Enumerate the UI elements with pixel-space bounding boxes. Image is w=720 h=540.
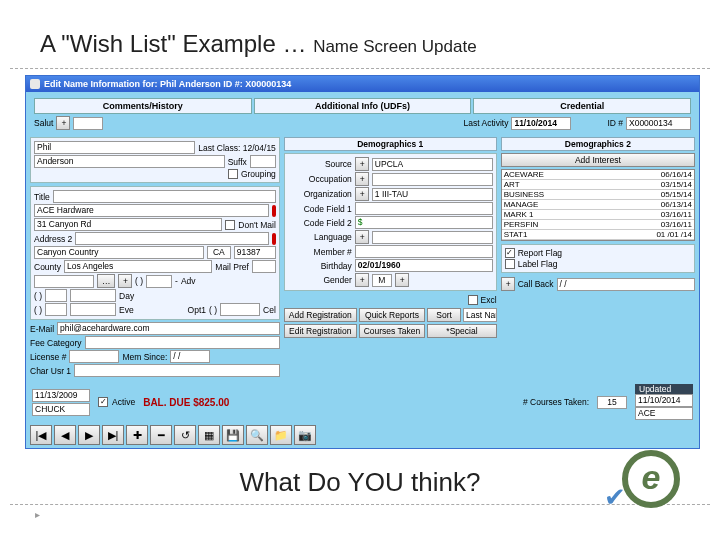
callback-field[interactable]: / / <box>557 278 695 291</box>
undo-button[interactable]: ↺ <box>174 425 196 445</box>
address2-field[interactable] <box>75 232 269 245</box>
special-button[interactable]: *Special <box>427 324 496 338</box>
search-button[interactable]: 🔍 <box>246 425 268 445</box>
eve-area-field[interactable] <box>45 303 67 316</box>
nav-toolbar: |◀ ◀ ▶ ▶| ✚ ━ ↺ ▦ 💾 🔍 📁 📷 <box>26 422 699 448</box>
gender-plus-button[interactable]: + <box>355 273 369 287</box>
updated-date: 11/10/2014 <box>635 394 693 407</box>
quick-reports-button[interactable]: Quick Reports <box>359 308 426 322</box>
excl-checkbox[interactable] <box>468 295 478 305</box>
salut-label: Salut <box>34 118 53 128</box>
zip-field[interactable]: 91387 <box>234 246 276 259</box>
last-activity-label: Last Activity <box>464 118 509 128</box>
title-field[interactable] <box>53 190 276 203</box>
country-field[interactable] <box>34 275 94 288</box>
dont-mail-checkbox[interactable] <box>225 220 235 230</box>
salut-field[interactable] <box>73 117 103 130</box>
char-usr1-label: Char Usr 1 <box>30 366 71 376</box>
footer-user-field: CHUCK <box>32 403 90 416</box>
city-field[interactable]: Canyon Country <box>34 246 204 259</box>
license-field[interactable] <box>69 350 119 363</box>
occupation-plus-button[interactable]: + <box>355 172 369 186</box>
street-field[interactable]: 31 Canyon Rd <box>34 218 222 231</box>
photo-button[interactable]: 📷 <box>294 425 316 445</box>
adv-label: Adv <box>181 276 196 286</box>
tab-demographics-2[interactable]: Demographics 2 <box>501 137 695 151</box>
mail-pref-field[interactable] <box>252 260 276 273</box>
tab-additional-info[interactable]: Additional Info (UDFs) <box>254 98 472 114</box>
language-plus-button[interactable]: + <box>355 230 369 244</box>
grouping-checkbox[interactable] <box>228 169 238 179</box>
red-marker-icon <box>272 205 276 217</box>
last-name-field[interactable]: Anderson <box>34 155 225 168</box>
gender-plus2-button[interactable]: + <box>395 273 409 287</box>
nav-prev-button[interactable]: ◀ <box>54 425 76 445</box>
sort-button[interactable]: Sort <box>427 308 461 322</box>
dash-label: - <box>175 276 178 286</box>
tab-demographics-1[interactable]: Demographics 1 <box>284 137 497 151</box>
add-interest-button[interactable]: Add Interest <box>501 153 695 167</box>
organization-plus-button[interactable]: + <box>355 187 369 201</box>
occupation-label: Occupation <box>288 174 352 184</box>
open-folder-button[interactable]: 📁 <box>270 425 292 445</box>
red-marker-icon <box>272 233 276 245</box>
suffix-field[interactable] <box>250 155 276 168</box>
phone-paren: ( ) <box>209 305 217 315</box>
courses-taken-button[interactable]: Courses Taken <box>359 324 426 338</box>
firm-field[interactable]: ACE Hardware <box>34 204 269 217</box>
grid-button[interactable]: ▦ <box>198 425 220 445</box>
member-field[interactable] <box>355 245 493 258</box>
gender-field[interactable]: M <box>372 274 392 287</box>
phone-plus-button[interactable]: + <box>118 274 132 288</box>
language-field[interactable] <box>372 231 493 244</box>
phone-area-field[interactable] <box>146 275 172 288</box>
fee-category-field[interactable] <box>85 336 280 349</box>
day-area-field[interactable] <box>45 289 67 302</box>
active-checkbox[interactable]: ✓ <box>98 397 108 407</box>
slide-nav-arrow-icon: ▸ <box>35 509 40 520</box>
save-button[interactable]: 💾 <box>222 425 244 445</box>
eve-num-field[interactable] <box>70 303 116 316</box>
organization-field[interactable]: 1 III-TAU <box>372 188 493 201</box>
brand-logo: e <box>622 450 680 508</box>
add-record-button[interactable]: ✚ <box>126 425 148 445</box>
cel-field[interactable] <box>220 303 260 316</box>
report-flag-checkbox[interactable]: ✓ <box>505 248 515 258</box>
edit-registration-button[interactable]: Edit Registration <box>284 324 357 338</box>
language-label: Language <box>288 232 352 242</box>
char-usr1-field[interactable] <box>74 364 280 377</box>
country-dropdown-button[interactable]: … <box>97 274 115 288</box>
nav-first-button[interactable]: |◀ <box>30 425 52 445</box>
code1-field[interactable] <box>355 202 493 215</box>
birthday-field[interactable]: 02/01/1960 <box>355 259 493 272</box>
interest-list[interactable]: ACEWARE06/16/14 ART03/15/14 BUSINESS05/1… <box>501 169 695 241</box>
tab-credential[interactable]: Credential <box>473 98 691 114</box>
member-label: Member # <box>288 247 352 257</box>
delete-record-button[interactable]: ━ <box>150 425 172 445</box>
phone-paren: ( ) <box>34 305 42 315</box>
code2-field[interactable]: $ <box>355 216 493 229</box>
email-field[interactable]: phil@acehardware.com <box>57 322 280 335</box>
callback-label: Call Back <box>518 279 554 289</box>
day-num-field[interactable] <box>70 289 116 302</box>
state-field[interactable]: CA <box>207 246 231 259</box>
county-field[interactable]: Los Angeles <box>64 260 212 273</box>
callback-plus-button[interactable]: + <box>501 277 515 291</box>
suffix-label: Suffx <box>228 157 247 167</box>
active-label: Active <box>112 397 135 407</box>
nav-next-button[interactable]: ▶ <box>78 425 100 445</box>
source-label: Source <box>288 159 352 169</box>
salut-plus-button[interactable]: + <box>56 116 70 130</box>
mem-since-field[interactable]: / / <box>170 350 210 363</box>
sort-value[interactable]: Last Name, Fir <box>463 308 497 322</box>
occupation-field[interactable] <box>372 173 493 186</box>
first-name-field[interactable]: Phil <box>34 141 195 154</box>
tab-comments-history[interactable]: Comments/History <box>34 98 252 114</box>
source-plus-button[interactable]: + <box>355 157 369 171</box>
add-registration-button[interactable]: Add Registration <box>284 308 357 322</box>
source-field[interactable]: UPCLA <box>372 158 493 171</box>
nav-last-button[interactable]: ▶| <box>102 425 124 445</box>
label-flag-checkbox[interactable] <box>505 259 515 269</box>
code2-label: Code Field 2 <box>288 218 352 228</box>
phone-paren: ( ) <box>34 291 42 301</box>
